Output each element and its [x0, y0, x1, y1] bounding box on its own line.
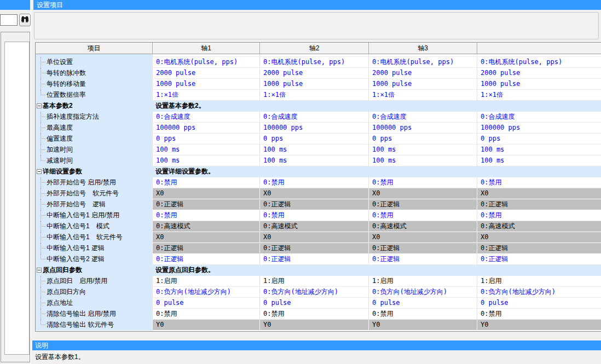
parameter-row[interactable]: 中断输入信号2 逻辑0:正逻辑0:正逻辑0:正逻辑0:正逻辑 — [36, 254, 601, 265]
param-value-cell[interactable]: 0:禁用 — [259, 210, 368, 221]
param-value-cell[interactable]: 0:电机系统(pulse, pps) — [368, 57, 477, 68]
param-value-cell[interactable]: 0:电机系统(pulse, pps) — [477, 57, 601, 68]
parameter-row[interactable]: 每转的移动量1000 pulse1000 pulse1000 pulse1000… — [36, 79, 601, 90]
column-header-项目[interactable]: 项目 — [36, 43, 152, 54]
param-value-cell[interactable]: 0:禁用 — [259, 309, 368, 320]
parameter-row[interactable]: 偏置速度0 pps0 pps0 pps0 pps — [36, 134, 601, 145]
parameter-row[interactable]: 清除信号输出 软元件号Y0Y0Y0Y0 — [36, 320, 601, 331]
param-value-cell[interactable]: 0:电机系统(pulse, pps) — [259, 57, 368, 68]
parameter-row[interactable]: 减速时间100 ms100 ms100 ms100 ms — [36, 155, 601, 166]
param-value-cell[interactable]: 0:负方向(地址减少方向) — [477, 287, 601, 298]
param-value-cell[interactable]: 2000 pulse — [477, 68, 601, 79]
parameter-row[interactable]: 外部开始信号 软元件号X0X0X0X0 — [36, 188, 601, 199]
param-value-cell[interactable]: 0 pulse — [368, 298, 477, 309]
param-value-cell[interactable]: 1:×1倍 — [259, 90, 368, 101]
param-value-cell[interactable]: 0 pulse — [477, 298, 601, 309]
param-value-cell[interactable]: 100 ms — [368, 145, 477, 155]
param-value-cell[interactable]: 0 pps — [152, 134, 259, 145]
param-value-cell[interactable]: 1:启用 — [368, 276, 477, 287]
parameter-row[interactable]: 清除信号输出 启用/禁用0:禁用0:禁用0:禁用0:禁用 — [36, 309, 601, 320]
param-value-cell[interactable]: 100 ms — [152, 145, 259, 155]
param-value-cell[interactable]: 1:启用 — [477, 276, 601, 287]
param-value-cell[interactable]: 100 ms — [368, 155, 477, 166]
param-value-cell[interactable]: 0 pps — [477, 134, 601, 145]
param-value-cell[interactable]: 100 ms — [477, 155, 601, 166]
collapse-icon[interactable] — [37, 268, 42, 273]
param-value-cell[interactable]: 100000 pps — [477, 123, 601, 134]
param-value-cell[interactable]: 0 pulse — [152, 298, 259, 309]
parameter-row[interactable]: 最高速度100000 pps100000 pps100000 pps100000… — [36, 123, 601, 134]
param-value-cell[interactable]: 1000 pulse — [259, 79, 368, 90]
column-header-轴2[interactable]: 轴2 — [259, 43, 368, 54]
parameter-row[interactable]: 位置数据倍率1:×1倍1:×1倍1:×1倍1:×1倍 — [36, 90, 601, 101]
parameter-row[interactable]: 加速时间100 ms100 ms100 ms100 ms — [36, 145, 601, 155]
parameter-row[interactable]: 中断输入信号1 模式0:高速模式0:高速模式0:高速模式0:高速模式 — [36, 221, 601, 232]
param-value-cell[interactable]: 100 ms — [259, 155, 368, 166]
param-value-cell[interactable]: 0:禁用 — [152, 210, 259, 221]
param-value-cell[interactable]: 0:负方向(地址减少方向) — [368, 287, 477, 298]
param-value-cell[interactable]: 100000 pps — [259, 123, 368, 134]
description-titlebar[interactable]: 说明 — [32, 340, 601, 350]
column-header-轴1[interactable]: 轴1 — [152, 43, 259, 54]
param-value-cell[interactable]: 1:启用 — [259, 276, 368, 287]
param-value-cell[interactable]: 0:禁用 — [368, 309, 477, 320]
param-value-cell[interactable]: 0:负方向(地址减少方向) — [259, 287, 368, 298]
group-row[interactable]: 原点回归参数设置原点回归参数。 — [36, 265, 601, 276]
column-header-blank-4[interactable] — [477, 43, 601, 54]
param-value-cell[interactable]: 0:合成速度 — [477, 112, 601, 123]
param-value-cell[interactable]: 1000 pulse — [477, 79, 601, 90]
nav-list[interactable] — [4, 42, 30, 355]
param-value-cell[interactable]: 2000 pulse — [152, 68, 259, 79]
param-value-cell[interactable]: 1:×1倍 — [477, 90, 601, 101]
parameter-row[interactable]: 原点回归 启用/禁用1:启用1:启用1:启用1:启用 — [36, 276, 601, 287]
param-value-cell[interactable]: 0:禁用 — [152, 177, 259, 188]
param-value-cell[interactable]: 0:禁用 — [259, 177, 368, 188]
param-value-cell[interactable]: 0 pps — [259, 134, 368, 145]
param-value-cell[interactable]: 100000 pps — [368, 123, 477, 134]
param-value-cell[interactable]: 1:启用 — [152, 276, 259, 287]
parameter-row[interactable]: 原点回归方向0:负方向(地址减少方向)0:负方向(地址减少方向)0:负方向(地址… — [36, 287, 601, 298]
param-value-cell[interactable]: 100 ms — [477, 145, 601, 155]
param-value-cell[interactable]: 1000 pulse — [368, 79, 477, 90]
param-value-cell[interactable]: 1:×1倍 — [152, 90, 259, 101]
param-value-cell[interactable]: 0:禁用 — [152, 309, 259, 320]
parameter-row[interactable]: 中断输入信号1 逻辑0:正逻辑0:正逻辑0:正逻辑0:正逻辑 — [36, 243, 601, 254]
param-value-cell[interactable]: 0:禁用 — [368, 177, 477, 188]
collapse-icon[interactable] — [37, 103, 42, 108]
parameter-row[interactable]: 插补速度指定方法0:合成速度0:合成速度0:合成速度0:合成速度 — [36, 112, 601, 123]
param-value-cell[interactable]: 100 ms — [152, 155, 259, 166]
parameter-row[interactable]: 中断输入信号1 启用/禁用0:禁用0:禁用0:禁用0:禁用 — [36, 210, 601, 221]
group-row[interactable]: 详细设置参数设置详细设置参数。 — [36, 166, 601, 177]
param-value-cell[interactable]: 0:合成速度 — [368, 112, 477, 123]
param-value-cell[interactable]: 0:正逻辑 — [368, 254, 477, 265]
param-value-cell[interactable]: 1000 pulse — [152, 79, 259, 90]
search-input[interactable] — [0, 14, 18, 26]
column-header-轴3[interactable]: 轴3 — [368, 43, 477, 54]
parameter-row[interactable]: 外部开始信号 逻辑0:正逻辑0:正逻辑0:正逻辑0:正逻辑 — [36, 199, 601, 210]
param-value-cell[interactable]: 0:合成速度 — [152, 112, 259, 123]
group-row[interactable]: 基本参数2设置基本参数2。 — [36, 101, 601, 112]
parameter-row[interactable]: 单位设置0:电机系统(pulse, pps)0:电机系统(pulse, pps)… — [36, 57, 601, 68]
param-value-cell[interactable]: 100000 pps — [152, 123, 259, 134]
param-value-cell[interactable]: 0:禁用 — [368, 210, 477, 221]
param-value-cell[interactable]: 0:禁用 — [477, 177, 601, 188]
collapse-icon[interactable] — [37, 169, 42, 174]
parameter-row[interactable]: 每转的脉冲数2000 pulse2000 pulse2000 pulse2000… — [36, 68, 601, 79]
parameter-row[interactable]: 外部开始信号 启用/禁用0:禁用0:禁用0:禁用0:禁用 — [36, 177, 601, 188]
param-value-cell[interactable]: 2000 pulse — [368, 68, 477, 79]
param-value-cell[interactable]: 0:正逻辑 — [477, 254, 601, 265]
settings-panel-titlebar[interactable]: 设置项目 — [33, 0, 601, 10]
param-value-cell[interactable]: 0:负方向(地址减少方向) — [152, 287, 259, 298]
parameter-row[interactable]: 中断输入信号1 软元件号X0X0X0X0 — [36, 232, 601, 243]
param-value-cell[interactable]: 2000 pulse — [259, 68, 368, 79]
param-value-cell[interactable]: 1:×1倍 — [368, 90, 477, 101]
param-value-cell[interactable]: 0 pulse — [259, 298, 368, 309]
param-value-cell[interactable]: 0:禁用 — [477, 210, 601, 221]
find-button[interactable] — [19, 14, 31, 26]
param-value-cell[interactable]: 0:电机系统(pulse, pps) — [152, 57, 259, 68]
param-value-cell[interactable]: 0:正逻辑 — [259, 254, 368, 265]
parameter-row[interactable]: 原点地址0 pulse0 pulse0 pulse0 pulse — [36, 298, 601, 309]
left-dock-titlebar[interactable] — [0, 0, 30, 10]
param-value-cell[interactable]: 0:禁用 — [477, 309, 601, 320]
param-value-cell[interactable]: 0 pps — [368, 134, 477, 145]
